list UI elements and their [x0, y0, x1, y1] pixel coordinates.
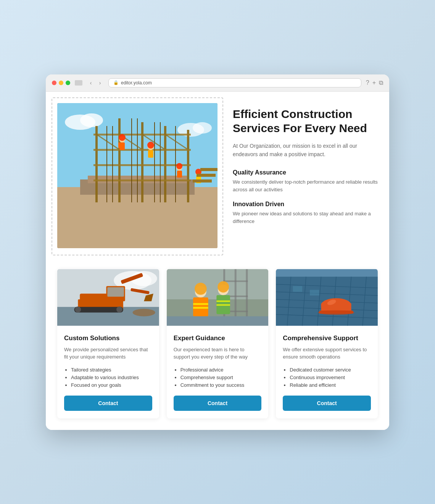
- svg-point-58: [116, 306, 122, 312]
- card-custom-solutions-image: [57, 269, 159, 326]
- card-expert-guidance-image: [167, 269, 269, 326]
- card-custom-solutions-list: Tailored strategies Adaptable to various…: [64, 367, 152, 388]
- sidebar-toggle-icon[interactable]: [75, 80, 82, 86]
- forward-button[interactable]: ›: [96, 79, 104, 87]
- address-bar[interactable]: 🔒 editor.yola.com: [108, 78, 361, 87]
- svg-rect-33: [148, 150, 153, 158]
- feature-quality-title: Quality Assurance: [233, 169, 378, 176]
- browser-window: ‹ › 🔒 editor.yola.com ? + ⧉: [46, 74, 389, 430]
- list-item: Focused on your goals: [71, 382, 152, 388]
- card-expert-guidance-desc: Our experienced team is here to support …: [174, 346, 262, 361]
- svg-rect-97: [310, 290, 319, 296]
- svg-rect-42: [197, 174, 216, 177]
- card-custom-solutions-title: Custom Solutions: [64, 334, 152, 342]
- svg-rect-73: [193, 303, 208, 305]
- svg-rect-43: [200, 168, 218, 171]
- card-expert-guidance-list: Professional advice Comprehensive suppor…: [174, 367, 262, 388]
- svg-point-59: [133, 309, 155, 316]
- feature-quality-desc: We consistently deliver top-notch perfor…: [233, 178, 378, 193]
- hero-description: At Our Organization, our mission is to e…: [233, 142, 378, 159]
- feature-innovation-title: Innovation Driven: [233, 201, 378, 208]
- card-comprehensive-support-body: Comprehensive Support We offer extensive…: [276, 328, 378, 418]
- card-expert-guidance: Expert Guidance Our experienced team is …: [167, 269, 269, 418]
- svg-point-70: [195, 283, 207, 295]
- svg-rect-16: [93, 179, 191, 181]
- svg-point-57: [75, 306, 81, 312]
- card-comprehensive-support-desc: We offer extensive support services to e…: [283, 346, 371, 361]
- svg-rect-74: [193, 307, 208, 309]
- svg-rect-30: [118, 142, 121, 148]
- svg-rect-81: [167, 316, 269, 326]
- card-custom-solutions-desc: We provide personalized services that fi…: [64, 346, 152, 361]
- list-item: Dedicated customer service: [290, 367, 371, 373]
- minimize-button[interactable]: [59, 81, 63, 85]
- hero-image: [57, 103, 218, 248]
- list-item: Professional advice: [180, 367, 262, 373]
- svg-rect-79: [216, 300, 230, 302]
- maximize-button[interactable]: [66, 81, 70, 85]
- svg-rect-80: [216, 304, 230, 305]
- traffic-lights: [52, 81, 70, 85]
- card-custom-solutions-body: Custom Solutions We provide personalized…: [57, 328, 159, 418]
- card-comprehensive-support: Comprehensive Support We offer extensive…: [276, 269, 378, 418]
- lock-icon: 🔒: [113, 80, 119, 85]
- back-button[interactable]: ‹: [87, 79, 95, 87]
- hero-title: Efficient Construction Services For Ever…: [233, 107, 378, 136]
- svg-rect-56: [74, 307, 123, 312]
- feature-innovation-desc: We pioneer new ideas and solutions to st…: [233, 210, 378, 225]
- list-item: Continuous improvement: [290, 375, 371, 380]
- card-comprehensive-support-image: [276, 269, 378, 326]
- svg-rect-62: [167, 269, 269, 299]
- add-icon[interactable]: +: [372, 79, 376, 86]
- svg-point-4: [193, 122, 212, 134]
- svg-rect-9: [118, 118, 121, 202]
- card-expert-guidance-contact-button[interactable]: Contact: [174, 396, 262, 411]
- card-expert-guidance-title: Expert Guidance: [174, 334, 262, 342]
- card-comprehensive-support-contact-button[interactable]: Contact: [283, 396, 371, 411]
- list-item: Comprehensive support: [180, 375, 262, 380]
- svg-point-37: [176, 163, 182, 169]
- list-item: Tailored strategies: [71, 367, 152, 373]
- browser-content: Efficient Construction Services For Ever…: [46, 92, 389, 430]
- feature-innovation: Innovation Driven We pioneer new ideas a…: [233, 201, 378, 225]
- hero-image-wrapper: [57, 103, 218, 250]
- url-text: editor.yola.com: [121, 80, 152, 86]
- svg-rect-41: [193, 179, 212, 183]
- hero-text: Efficient Construction Services For Ever…: [233, 103, 378, 233]
- card-custom-solutions-contact-button[interactable]: Contact: [64, 396, 152, 411]
- svg-rect-36: [177, 171, 182, 178]
- cards-section: Custom Solutions We provide personalized…: [57, 269, 378, 418]
- list-item: Adaptable to various industries: [71, 375, 152, 380]
- toolbar-actions: ? + ⧉: [366, 79, 383, 86]
- card-expert-guidance-body: Expert Guidance Our experienced team is …: [167, 328, 269, 418]
- svg-rect-14: [93, 149, 191, 151]
- svg-rect-72: [194, 297, 207, 316]
- extensions-icon[interactable]: ⧉: [379, 79, 383, 86]
- feature-quality: Quality Assurance We consistently delive…: [233, 169, 378, 193]
- nav-buttons: ‹ ›: [87, 79, 104, 87]
- svg-point-76: [218, 281, 229, 292]
- list-item: Commitment to your success: [180, 382, 262, 388]
- hero-section: Efficient Construction Services For Ever…: [57, 103, 378, 250]
- close-button[interactable]: [52, 81, 56, 85]
- card-custom-solutions: Custom Solutions We provide personalized…: [57, 269, 159, 418]
- card-comprehensive-support-list: Dedicated customer service Continuous im…: [283, 367, 371, 388]
- card-comprehensive-support-title: Comprehensive Support: [283, 334, 371, 342]
- browser-toolbar: ‹ › 🔒 editor.yola.com ? + ⧉: [46, 74, 389, 92]
- svg-point-101: [318, 310, 354, 315]
- svg-point-2: [80, 113, 103, 127]
- svg-rect-66: [223, 280, 248, 282]
- svg-point-34: [147, 142, 154, 149]
- svg-point-31: [119, 134, 126, 141]
- svg-rect-15: [93, 164, 191, 166]
- svg-rect-52: [107, 287, 124, 297]
- list-item: Reliable and efficient: [290, 382, 371, 388]
- svg-rect-96: [293, 286, 303, 292]
- help-icon[interactable]: ?: [366, 79, 369, 86]
